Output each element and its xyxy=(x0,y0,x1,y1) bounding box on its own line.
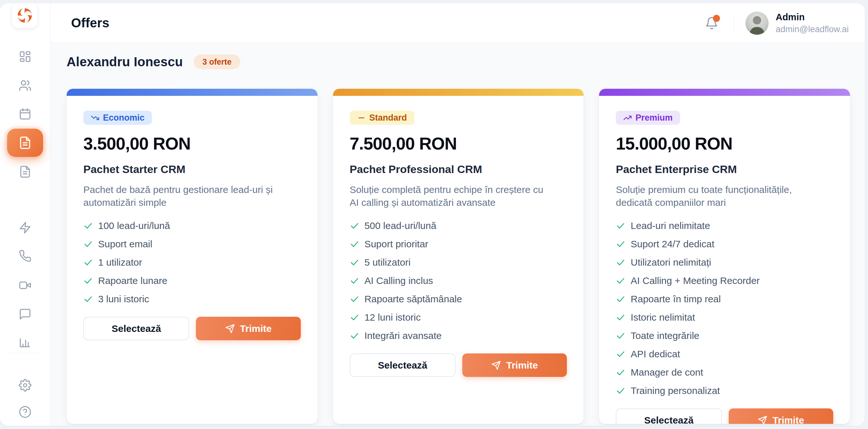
send-button[interactable]: Trimite xyxy=(462,354,567,377)
offer-name: Pachet Starter CRM xyxy=(83,163,301,175)
check-icon xyxy=(616,294,625,304)
sidebar-item-calendar[interactable] xyxy=(18,106,33,122)
calendar-icon xyxy=(19,108,32,121)
sidebar-item-meetings[interactable] xyxy=(18,277,33,293)
feature-item: 500 lead-uri/lună xyxy=(350,221,567,231)
offer-cards: Economic 3.500,00 RON Pachet Starter CRM… xyxy=(67,89,850,424)
tier-label: Economic xyxy=(103,113,145,123)
select-button[interactable]: Selectează xyxy=(616,408,722,424)
feature-item: Integrări avansate xyxy=(350,331,567,340)
sidebar-divider xyxy=(6,353,44,354)
send-button[interactable]: Trimite xyxy=(729,408,833,424)
sidebar-item-documents[interactable] xyxy=(18,164,33,179)
check-icon xyxy=(616,312,625,322)
card-topbar xyxy=(333,89,584,96)
feature-item: Toate integrările xyxy=(616,331,833,340)
feature-list: 500 lead-uri/lunăSuport prioritar5 utili… xyxy=(350,221,567,349)
help-icon xyxy=(19,405,32,418)
sidebar-item-messages[interactable] xyxy=(18,306,33,322)
offers-count-badge: 3 oferte xyxy=(194,54,240,69)
minus-icon xyxy=(357,113,366,122)
send-button[interactable]: Trimite xyxy=(196,317,301,340)
check-icon xyxy=(83,276,93,286)
avatar[interactable] xyxy=(745,11,769,35)
video-icon xyxy=(19,279,32,292)
user-email: admin@leadflow.ai xyxy=(776,25,849,34)
page-title: Offers xyxy=(71,16,110,30)
top-header: Offers Admin admin@ xyxy=(51,3,865,43)
offers-file-icon xyxy=(18,136,32,150)
trending-up-icon xyxy=(623,113,632,122)
select-button[interactable]: Selectează xyxy=(350,354,456,377)
main-area: Offers Admin admin@ xyxy=(51,3,865,426)
feature-list: Lead-uri nelimitateSuport 24/7 dedicatUt… xyxy=(616,221,833,404)
check-icon xyxy=(83,239,93,249)
user-name: Admin xyxy=(776,12,849,23)
card-body: Economic 3.500,00 RON Pachet Starter CRM… xyxy=(67,96,317,353)
sidebar-item-dashboard[interactable] xyxy=(18,49,33,64)
users-icon xyxy=(19,79,32,92)
sidebar xyxy=(0,3,51,426)
sidebar-item-offers-active[interactable] xyxy=(7,129,43,157)
check-icon xyxy=(616,349,625,359)
send-label: Trimite xyxy=(506,360,537,371)
check-icon xyxy=(616,386,625,396)
tier-badge: Standard xyxy=(350,111,414,125)
check-icon xyxy=(350,331,359,340)
check-icon xyxy=(616,276,625,286)
check-icon xyxy=(350,312,359,322)
sidebar-item-contacts[interactable] xyxy=(18,78,33,93)
feature-item: Manager de cont xyxy=(616,368,833,377)
feature-item: Suport prioritar xyxy=(350,239,567,249)
check-icon xyxy=(83,258,93,267)
leadflow-logo[interactable] xyxy=(11,3,38,29)
app: Offers Admin admin@ xyxy=(0,0,868,429)
card-actions: Selectează Trimite xyxy=(350,354,567,377)
check-icon xyxy=(616,258,625,267)
offer-price: 15.000,00 RON xyxy=(616,133,833,154)
card-body: Standard 7.500,00 RON Pachet Professiona… xyxy=(333,96,584,390)
offer-card-economic: Economic 3.500,00 RON Pachet Starter CRM… xyxy=(67,89,317,424)
tier-label: Standard xyxy=(369,113,407,123)
sidebar-item-reports[interactable] xyxy=(18,335,33,350)
send-icon xyxy=(491,361,501,370)
user-meta: Admin admin@leadflow.ai xyxy=(776,12,849,34)
send-icon xyxy=(758,416,767,424)
send-label: Trimite xyxy=(772,415,804,424)
sidebar-item-automations[interactable] xyxy=(18,220,33,235)
offer-name: Pachet Enterprise CRM xyxy=(616,163,833,175)
card-topbar xyxy=(599,89,850,96)
feature-item: API dedicat xyxy=(616,349,833,359)
card-actions: Selectează Trimite xyxy=(83,317,301,340)
feature-item: Suport 24/7 dedicat xyxy=(616,239,833,249)
check-icon xyxy=(616,331,625,340)
offer-description: Pachet de bază pentru gestionare lead-ur… xyxy=(83,183,283,209)
card-topbar xyxy=(67,89,317,96)
logo-swirl-icon xyxy=(16,6,34,25)
check-icon xyxy=(350,221,359,231)
check-icon xyxy=(350,276,359,286)
offer-card-premium: Premium 15.000,00 RON Pachet Enterprise … xyxy=(599,89,850,424)
notifications-button[interactable] xyxy=(703,14,721,32)
sidebar-item-settings[interactable] xyxy=(18,377,33,393)
card-body: Premium 15.000,00 RON Pachet Enterprise … xyxy=(599,96,850,424)
select-button[interactable]: Selectează xyxy=(83,317,189,340)
feature-item: Training personalizat xyxy=(616,386,833,396)
feature-item: Lead-uri nelimitate xyxy=(616,221,833,231)
notification-dot xyxy=(713,15,720,22)
phone-icon xyxy=(19,250,32,262)
sidebar-item-calls[interactable] xyxy=(18,248,33,264)
tier-label: Premium xyxy=(636,113,673,123)
client-name: Alexandru Ionescu xyxy=(67,55,183,69)
feature-item: Istoric nelimitat xyxy=(616,312,833,322)
check-icon xyxy=(616,239,625,249)
offer-name: Pachet Professional CRM xyxy=(350,163,567,175)
feature-item: Rapoarte săptămânale xyxy=(350,294,567,304)
offer-description: Soluție completă pentru echipe în crește… xyxy=(350,183,549,209)
send-icon xyxy=(225,324,235,333)
trending-down-icon xyxy=(91,113,99,122)
chat-icon xyxy=(19,308,32,321)
check-icon xyxy=(616,221,625,231)
sidebar-item-help[interactable] xyxy=(18,404,33,420)
check-icon xyxy=(350,258,359,267)
